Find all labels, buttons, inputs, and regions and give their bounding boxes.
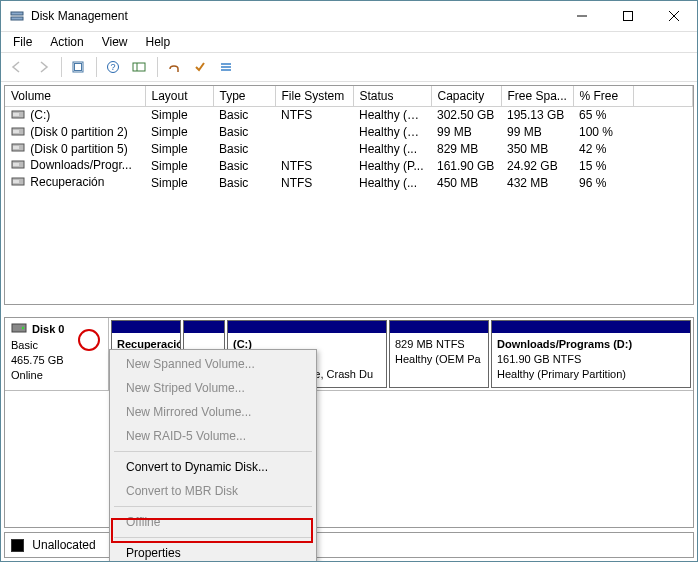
legend-unallocated: Unallocated xyxy=(11,538,96,552)
svg-rect-14 xyxy=(221,66,231,68)
cell-free: 432 MB xyxy=(501,174,573,191)
cell-capacity: 161.90 GB xyxy=(431,157,501,174)
table-row[interactable]: (Disk 0 partition 5)SimpleBasicHealthy (… xyxy=(5,141,693,158)
drive-icon xyxy=(11,142,25,156)
svg-rect-15 xyxy=(221,69,231,71)
col-volume[interactable]: Volume xyxy=(5,86,145,107)
cell-layout: Simple xyxy=(145,157,213,174)
svg-rect-23 xyxy=(13,163,19,166)
util1-button[interactable] xyxy=(162,55,186,79)
col-capacity[interactable]: Capacity xyxy=(431,86,501,107)
table-row[interactable]: Downloads/Progr...SimpleBasicNTFSHealthy… xyxy=(5,157,693,174)
cell-fs xyxy=(275,124,353,141)
cell-status: Healthy (E... xyxy=(353,124,431,141)
menu-item-newMirrored: New Mirrored Volume... xyxy=(112,400,314,424)
partition-name: Downloads/Programs (D:) xyxy=(497,337,685,352)
cell-status: Healthy (P... xyxy=(353,157,431,174)
col-filesystem[interactable]: File System xyxy=(275,86,353,107)
volume-list-pane: Volume Layout Type File System Status Ca… xyxy=(4,85,694,305)
menu-item-newRaid5: New RAID-5 Volume... xyxy=(112,424,314,448)
settings-toolbar-button[interactable] xyxy=(127,55,151,79)
legend: Unallocated xyxy=(4,532,694,558)
cell-pct: 65 % xyxy=(573,107,633,124)
disk-graphic-pane: Disk 0 Basic 465.75 GB Online Recuperaci… xyxy=(4,317,694,528)
cell-layout: Simple xyxy=(145,107,213,124)
svg-rect-25 xyxy=(13,180,19,183)
cell-layout: Simple xyxy=(145,124,213,141)
col-type[interactable]: Type xyxy=(213,86,275,107)
drive-icon xyxy=(11,109,25,123)
cell-pct: 96 % xyxy=(573,174,633,191)
partition[interactable]: Downloads/Programs (D:)161.90 GB NTFSHea… xyxy=(491,320,691,388)
cell-volume: (C:) xyxy=(5,107,145,124)
disk-context-menu: New Spanned Volume...New Striped Volume.… xyxy=(109,349,317,562)
svg-rect-21 xyxy=(13,146,19,149)
partition-bar xyxy=(492,321,690,333)
cell-capacity: 829 MB xyxy=(431,141,501,158)
forward-button[interactable] xyxy=(31,55,55,79)
menu-file[interactable]: File xyxy=(5,33,40,51)
cell-pct: 42 % xyxy=(573,141,633,158)
disk-name: Disk 0 xyxy=(32,323,64,335)
partition-bar xyxy=(228,321,386,333)
svg-rect-0 xyxy=(11,12,23,15)
help-toolbar-button[interactable]: ? xyxy=(101,55,125,79)
cell-layout: Simple xyxy=(145,141,213,158)
disk-size: 465.75 GB xyxy=(11,354,64,366)
table-row[interactable]: (Disk 0 partition 2)SimpleBasicHealthy (… xyxy=(5,124,693,141)
col-pctfree[interactable]: % Free xyxy=(573,86,633,107)
cell-free: 24.92 GB xyxy=(501,157,573,174)
table-row[interactable]: RecuperaciónSimpleBasicNTFSHealthy (...4… xyxy=(5,174,693,191)
cell-fs xyxy=(275,141,353,158)
menu-item-convertDynamic[interactable]: Convert to Dynamic Disk... xyxy=(112,455,314,479)
partition-bar xyxy=(184,321,224,333)
refresh-button[interactable] xyxy=(66,55,90,79)
cell-volume: (Disk 0 partition 5) xyxy=(5,141,145,158)
col-free[interactable]: Free Spa... xyxy=(501,86,573,107)
cell-capacity: 99 MB xyxy=(431,124,501,141)
partition-desc: Healthy (OEM Pa xyxy=(395,352,483,367)
back-button[interactable] xyxy=(5,55,29,79)
cell-volume: (Disk 0 partition 2) xyxy=(5,124,145,141)
menu-action[interactable]: Action xyxy=(42,33,91,51)
menu-separator xyxy=(114,537,312,538)
cell-free: 195.13 GB xyxy=(501,107,573,124)
menu-separator xyxy=(114,506,312,507)
disk-label[interactable]: Disk 0 Basic 465.75 GB Online xyxy=(5,318,109,390)
cell-status: Healthy (B... xyxy=(353,107,431,124)
maximize-button[interactable] xyxy=(605,1,651,31)
separator xyxy=(157,57,158,77)
menu-item-properties[interactable]: Properties xyxy=(112,541,314,562)
col-layout[interactable]: Layout xyxy=(145,86,213,107)
menu-item-newStriped: New Striped Volume... xyxy=(112,376,314,400)
menu-item-convertMbr: Convert to MBR Disk xyxy=(112,479,314,503)
svg-point-27 xyxy=(22,327,24,329)
svg-rect-10 xyxy=(133,63,145,71)
partition-info: 829 MB NTFS xyxy=(395,337,483,352)
drive-icon xyxy=(11,126,25,140)
window-title: Disk Management xyxy=(31,9,559,23)
separator xyxy=(96,57,97,77)
minimize-button[interactable] xyxy=(559,1,605,31)
cell-volume: Downloads/Progr... xyxy=(5,157,145,174)
toolbar: ? xyxy=(1,53,697,82)
cell-type: Basic xyxy=(213,124,275,141)
table-row[interactable]: (C:)SimpleBasicNTFSHealthy (B...302.50 G… xyxy=(5,107,693,124)
svg-rect-19 xyxy=(13,130,19,133)
col-status[interactable]: Status xyxy=(353,86,431,107)
check-button[interactable] xyxy=(188,55,212,79)
cell-volume: Recuperación xyxy=(5,174,145,191)
cell-type: Basic xyxy=(213,141,275,158)
close-button[interactable] xyxy=(651,1,697,31)
app-icon xyxy=(9,8,25,24)
disk-management-window: Disk Management File Action View Help ? xyxy=(0,0,698,562)
partition[interactable]: 829 MB NTFSHealthy (OEM Pa xyxy=(389,320,489,388)
table-header: Volume Layout Type File System Status Ca… xyxy=(5,86,693,107)
list-button[interactable] xyxy=(214,55,238,79)
menu-help[interactable]: Help xyxy=(138,33,179,51)
disk-state: Online xyxy=(11,369,43,381)
separator xyxy=(61,57,62,77)
cell-fs: NTFS xyxy=(275,107,353,124)
svg-rect-3 xyxy=(624,12,633,21)
menu-view[interactable]: View xyxy=(94,33,136,51)
